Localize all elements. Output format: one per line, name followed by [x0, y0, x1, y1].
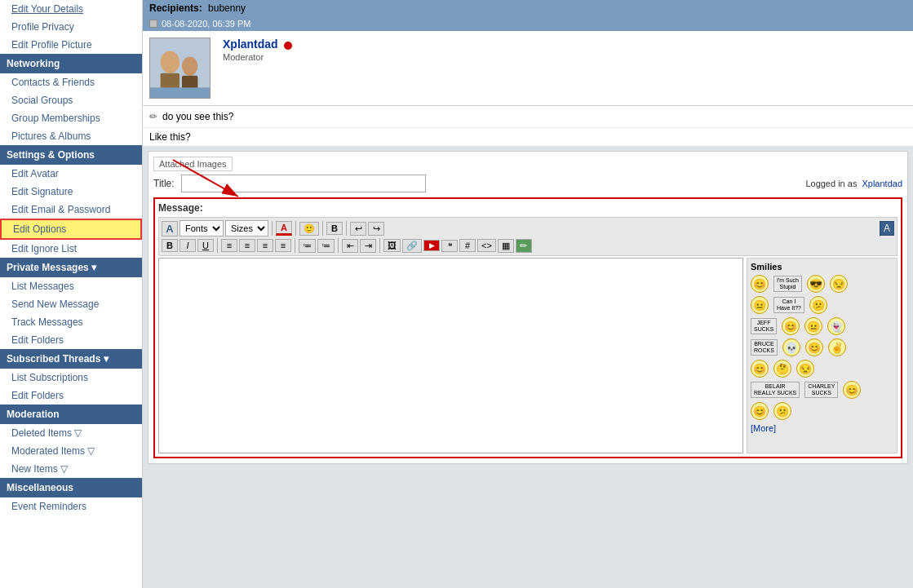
hash-button[interactable]: #	[459, 239, 476, 252]
sidebar-item-list-messages[interactable]: List Messages	[0, 277, 142, 295]
smiley-2[interactable]: 😎	[807, 275, 825, 293]
avatar-image	[150, 38, 210, 99]
font-select[interactable]: Fonts	[179, 220, 224, 237]
smiley-3[interactable]: 😒	[830, 275, 848, 293]
image-button[interactable]: 🖼	[383, 239, 401, 252]
smilies-row-1: 😊 I'm SuchStupid 😎 😒	[751, 275, 893, 293]
sidebar-item-contacts-friends[interactable]: Contacts & Friends	[0, 73, 142, 91]
sidebar-item-list-subscriptions[interactable]: List Subscriptions	[0, 369, 142, 387]
sidebar-item-track-messages[interactable]: Track Messages	[0, 313, 142, 331]
smilies-panel: Smilies 😊 I'm SuchStupid 😎 😒 😐 Can	[747, 258, 897, 453]
sidebar-item-new-items[interactable]: New Items ▽	[0, 460, 142, 478]
sidebar-item-edit-folders-st[interactable]: Edit Folders	[0, 387, 142, 405]
sidebar-item-edit-your-details[interactable]: Edit Your Details	[0, 0, 142, 18]
smiley-17[interactable]: 😕	[773, 402, 791, 420]
like-area: Like this?	[143, 128, 913, 146]
toolbar-separator-4	[346, 221, 347, 236]
sidebar-item-edit-signature[interactable]: Edit Signature	[0, 183, 142, 201]
smiley-13[interactable]: 🤔	[773, 360, 791, 378]
eraser-button[interactable]: ✏	[516, 239, 532, 253]
sidebar-item-social-groups[interactable]: Social Groups	[0, 91, 142, 109]
smiley-7[interactable]: 😐	[804, 317, 822, 335]
align-center-button[interactable]: ≡	[239, 239, 255, 252]
sidebar-item-edit-email-password[interactable]: Edit Email & Password	[0, 201, 142, 219]
outdent-button[interactable]: ⇤	[342, 239, 358, 253]
smiley-badge-stupid[interactable]: I'm SuchStupid	[773, 276, 802, 293]
sidebar-item-pictures-albums[interactable]: Pictures & Albums	[0, 127, 142, 145]
sidebar-item-deleted-items[interactable]: Deleted Items ▽	[0, 424, 142, 442]
redo-button[interactable]: ↪	[368, 222, 384, 236]
smiley-14[interactable]: 😒	[796, 360, 814, 378]
youtube-button[interactable]: ▶	[423, 240, 440, 251]
smiley-10[interactable]: 😊	[805, 338, 823, 356]
table-button[interactable]: ▦	[498, 239, 514, 253]
smiley-badge-bruce[interactable]: BRUCEROCKS	[751, 339, 778, 356]
sidebar-item-event-reminders[interactable]: Event Reminders	[0, 497, 142, 515]
message-textarea[interactable]	[158, 258, 743, 453]
toolbar: A Fonts Sizes A 🙂 B	[158, 217, 897, 256]
smiley-1[interactable]: 😊	[751, 275, 769, 293]
align-right-button[interactable]: ≡	[257, 239, 273, 252]
smiley-4[interactable]: 😐	[751, 296, 769, 314]
toolbar-row-1: A Fonts Sizes A 🙂 B	[162, 220, 894, 237]
logged-in-user-link[interactable]: Xplantdad	[862, 179, 902, 188]
link-button[interactable]: 🔗	[402, 239, 422, 253]
font-color-a-button[interactable]: A	[276, 221, 292, 236]
post-text-area: ✏ do you see this?	[143, 106, 913, 128]
smiley-button[interactable]: 🙂	[299, 222, 319, 236]
bold-format-button[interactable]: B	[162, 239, 178, 252]
align-left-button[interactable]: ≡	[221, 239, 237, 252]
sidebar-item-group-memberships[interactable]: Group Memberships	[0, 109, 142, 127]
post-body: Xplantdad Moderator	[143, 31, 913, 106]
unordered-list-button[interactable]: ≔	[317, 239, 335, 253]
align-justify-button[interactable]: ≡	[275, 239, 291, 252]
sidebar-item-edit-ignore-list[interactable]: Edit Ignore List	[0, 240, 142, 258]
sidebar-item-send-new-message[interactable]: Send New Message	[0, 295, 142, 313]
undo-button[interactable]: ↩	[350, 222, 366, 236]
smiley-11[interactable]: ✌️	[828, 338, 846, 356]
username-link[interactable]: Xplantdad	[223, 38, 278, 51]
attached-images-label: Attached Images	[153, 157, 233, 171]
svg-rect-2	[161, 73, 179, 89]
smiley-15[interactable]: 😊	[843, 381, 861, 399]
smiley-badge-belair[interactable]: BELAIRREALLY SUCKS	[751, 382, 800, 399]
ordered-list-button[interactable]: ≔	[299, 239, 316, 253]
sidebar-item-moderated-items[interactable]: Moderated Items ▽	[0, 442, 142, 460]
sidebar-item-profile-privacy[interactable]: Profile Privacy	[0, 18, 142, 36]
like-text: Like this?	[149, 131, 191, 143]
post-date: 08-08-2020, 06:39 PM	[162, 19, 250, 29]
toolbar-separator-2	[295, 221, 296, 236]
smiley-badge-charley[interactable]: CHARLEYSUCKS	[804, 382, 838, 399]
underline-format-button[interactable]: U	[197, 239, 214, 252]
indent-button[interactable]: ⇥	[360, 239, 376, 253]
toolbar-separator-3	[322, 221, 323, 236]
smiley-8[interactable]: 👻	[827, 317, 845, 335]
smilies-row-5: 😊 🤔 😒	[751, 360, 893, 378]
smiley-badge-have-it[interactable]: Can IHave It??	[773, 297, 804, 314]
size-select[interactable]: Sizes	[225, 220, 268, 237]
sidebar-item-edit-folders-pm[interactable]: Edit Folders	[0, 331, 142, 349]
title-input[interactable]	[181, 175, 426, 192]
post-user-info: Xplantdad Moderator	[223, 38, 906, 99]
sidebar-item-edit-options[interactable]: Edit Options	[0, 219, 142, 240]
expand-button[interactable]: A	[880, 221, 894, 236]
sidebar-item-edit-avatar[interactable]: Edit Avatar	[0, 165, 142, 183]
smiley-5[interactable]: 😕	[809, 296, 827, 314]
smiley-6[interactable]: 😊	[782, 317, 800, 335]
smiley-9[interactable]: 💀	[782, 338, 800, 356]
sidebar-header-subscribed-threads: Subscribed Threads ▾	[0, 349, 142, 369]
recipients-label: Recipients:	[149, 2, 202, 14]
smiley-16[interactable]: 😊	[751, 402, 769, 420]
sidebar-item-edit-profile-picture[interactable]: Edit Profile Picture	[0, 36, 142, 54]
bold-button[interactable]: B	[326, 222, 343, 235]
smiley-badge-jeff[interactable]: JEFFSUCKS	[751, 318, 777, 335]
user-role: Moderator	[223, 52, 906, 62]
smiley-12[interactable]: 😊	[751, 360, 769, 378]
font-color-button[interactable]: A	[162, 221, 178, 237]
smilies-more-link[interactable]: [More]	[751, 423, 893, 433]
title-label: Title:	[153, 178, 178, 189]
editor-container: Attached Images Title: Logged in as Xpla…	[148, 151, 908, 464]
quote-button[interactable]: ❝	[441, 240, 458, 252]
code-button[interactable]: <>	[477, 239, 496, 252]
italic-format-button[interactable]: I	[179, 239, 196, 252]
